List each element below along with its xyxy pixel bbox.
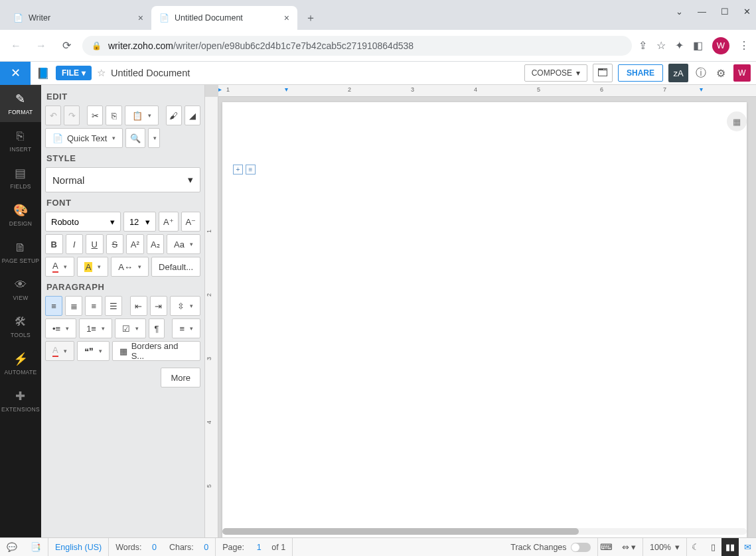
- number-list-button[interactable]: 1≡▾: [79, 318, 112, 338]
- toggle-switch[interactable]: [571, 543, 591, 552]
- feedback-icon[interactable]: ✉: [739, 538, 756, 556]
- rail-design[interactable]: 🎨DESIGN: [0, 196, 41, 234]
- align-center-button[interactable]: ≣: [65, 296, 82, 316]
- zia-button[interactable]: zA: [668, 64, 688, 82]
- para-color-button[interactable]: A▾: [45, 341, 74, 361]
- vertical-ruler[interactable]: 1 2 3 4 5: [205, 97, 218, 537]
- activity-icon[interactable]: 📑: [24, 538, 48, 556]
- share-page-icon[interactable]: ⇪: [639, 39, 647, 52]
- favorite-icon[interactable]: ☆: [97, 67, 106, 79]
- style-select[interactable]: Normal▾: [45, 167, 200, 192]
- increase-indent-button[interactable]: ⇥: [150, 296, 167, 316]
- app-logo[interactable]: ✕: [0, 62, 31, 85]
- scrollbar-thumb[interactable]: [222, 528, 579, 535]
- close-window-icon[interactable]: ✕: [743, 7, 751, 17]
- bookmark-icon[interactable]: ☆: [656, 39, 666, 52]
- rail-automate[interactable]: ⚡AUTOMATE: [0, 345, 41, 382]
- fit-width-button[interactable]: ⇔ ▾: [615, 538, 643, 556]
- ruler-marker-icon[interactable]: ▸: [218, 86, 222, 93]
- horizontal-ruler[interactable]: ▸ ▾ 1 2 3 4 5 6 7 ▾: [218, 85, 756, 97]
- redo-button[interactable]: ↷: [64, 105, 80, 125]
- checklist-button[interactable]: ☑▾: [115, 318, 146, 338]
- highlight-button[interactable]: A▾: [77, 257, 109, 277]
- word-count[interactable]: Words: 0 Chars: 0: [109, 538, 216, 556]
- tab-document[interactable]: Untitled Document ×: [151, 6, 297, 30]
- align-right-button[interactable]: ≡: [85, 296, 102, 316]
- user-avatar[interactable]: W: [733, 64, 751, 82]
- add-block-icon[interactable]: +: [233, 165, 243, 174]
- rail-format[interactable]: ✎FORMAT: [0, 85, 41, 122]
- reload-button[interactable]: ⟳: [57, 36, 76, 55]
- rail-extensions[interactable]: ✚EXTENSIONS: [0, 382, 41, 419]
- decrease-font-button[interactable]: A⁻: [181, 212, 200, 232]
- copy-button[interactable]: ⎘: [106, 105, 121, 125]
- bold-button[interactable]: B: [45, 234, 63, 254]
- document-title[interactable]: Untitled Document: [111, 68, 190, 78]
- align-justify-button[interactable]: ☰: [105, 296, 122, 316]
- strikethrough-button[interactable]: S: [106, 234, 124, 254]
- compose-button[interactable]: COMPOSE▾: [524, 64, 587, 82]
- rail-insert[interactable]: ⎘INSERT: [0, 122, 41, 159]
- url-input[interactable]: 🔒 writer.zoho.com/writer/open/e98ub6c2d4…: [82, 36, 632, 56]
- format-painter-button[interactable]: 🖌: [166, 105, 182, 125]
- quote-button[interactable]: ❝❞▾: [77, 341, 110, 361]
- profile-avatar[interactable]: W: [712, 37, 729, 54]
- rail-view[interactable]: 👁VIEW: [0, 271, 41, 308]
- underline-button[interactable]: U: [86, 234, 104, 254]
- document-page[interactable]: [222, 102, 747, 537]
- superscript-button[interactable]: A²: [126, 234, 144, 254]
- maximize-icon[interactable]: ☐: [721, 7, 729, 17]
- page-indicator[interactable]: Page: 1 of 1: [216, 538, 293, 556]
- view-pages-icon[interactable]: ▮▮: [721, 538, 739, 556]
- horizontal-scrollbar[interactable]: [222, 528, 747, 535]
- zoom-level[interactable]: 100% ▾: [643, 538, 687, 556]
- bullet-list-button[interactable]: •≡▾: [45, 318, 76, 338]
- case-button[interactable]: Aa▾: [167, 234, 200, 254]
- rail-page-setup[interactable]: 🗎PAGE SETUP: [0, 234, 41, 271]
- view-single-icon[interactable]: ▯: [704, 538, 721, 556]
- find-dropdown[interactable]: ▾: [148, 128, 160, 148]
- font-size-select[interactable]: 12▾: [123, 212, 156, 232]
- minimize-icon[interactable]: ―: [698, 7, 706, 17]
- indent-marker-icon[interactable]: ▾: [285, 86, 288, 93]
- file-menu-button[interactable]: FILE▾: [56, 66, 92, 80]
- paste-button[interactable]: 📋▾: [125, 105, 159, 125]
- undo-button[interactable]: ↶: [45, 105, 61, 125]
- sidepanel-icon[interactable]: ◧: [693, 39, 703, 52]
- close-icon[interactable]: ×: [138, 13, 143, 23]
- text-direction-button[interactable]: ≡▾: [172, 318, 200, 338]
- keyboard-icon[interactable]: ⌨: [598, 538, 615, 556]
- borders-button[interactable]: ▦ Borders and S...: [112, 341, 200, 361]
- more-button[interactable]: More: [161, 368, 200, 387]
- find-button[interactable]: 🔍: [125, 128, 145, 148]
- align-left-button[interactable]: ≡: [45, 296, 62, 316]
- italic-button[interactable]: I: [66, 234, 84, 254]
- comments-icon[interactable]: 💬: [0, 538, 24, 556]
- default-font-button[interactable]: Default...: [151, 257, 200, 277]
- back-button[interactable]: ←: [7, 36, 25, 55]
- info-icon[interactable]: ⓘ: [694, 66, 708, 80]
- new-tab-button[interactable]: ＋: [301, 9, 320, 27]
- font-color-button[interactable]: A▾: [45, 257, 74, 277]
- table-widget-icon[interactable]: ▦: [727, 111, 747, 131]
- extensions-icon[interactable]: ✦: [675, 39, 684, 52]
- rail-fields[interactable]: ▤FIELDS: [0, 159, 41, 196]
- chevron-down-icon[interactable]: ⌄: [676, 7, 683, 17]
- rail-tools[interactable]: 🛠TOOLS: [0, 308, 41, 345]
- language-selector[interactable]: English (US): [48, 538, 109, 556]
- forward-button[interactable]: →: [32, 36, 50, 55]
- decrease-indent-button[interactable]: ⇤: [130, 296, 147, 316]
- line-spacing-button[interactable]: ⇳▾: [170, 296, 200, 316]
- night-mode-icon[interactable]: ☾: [687, 538, 704, 556]
- increase-font-button[interactable]: A⁺: [159, 212, 178, 232]
- cut-button[interactable]: ✂: [87, 105, 103, 125]
- clear-format-button[interactable]: ◢: [185, 105, 200, 125]
- close-icon[interactable]: ×: [284, 13, 289, 23]
- right-marker-icon[interactable]: ▾: [700, 86, 703, 93]
- quick-text-button[interactable]: 📄 Quick Text▾: [45, 128, 123, 148]
- track-changes-toggle[interactable]: Track Changes: [504, 538, 597, 556]
- broadcast-button[interactable]: 🗔: [593, 64, 613, 82]
- subscript-button[interactable]: A₂: [147, 234, 165, 254]
- block-menu-icon[interactable]: ≡: [246, 165, 256, 174]
- paragraph-mark-button[interactable]: ¶: [149, 318, 165, 338]
